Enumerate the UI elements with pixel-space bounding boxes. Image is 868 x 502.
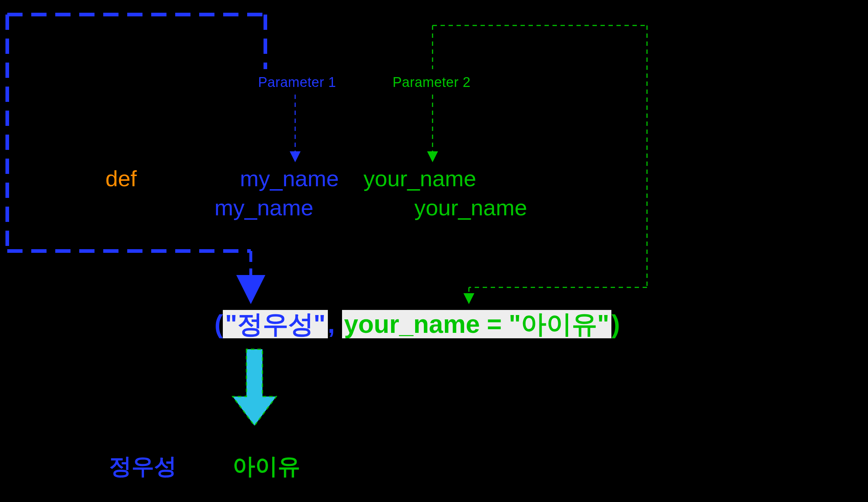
body-my-name: my_name — [214, 195, 313, 220]
big-down-arrow-icon — [233, 349, 276, 426]
call-comma: , — [328, 310, 342, 338]
output-left: 정우성 — [109, 451, 177, 482]
call-close-paren: ) — [611, 310, 620, 338]
def-keyword: def — [105, 166, 137, 191]
call-open-paren: ( — [214, 310, 223, 338]
call-arg1: "정우성" — [223, 310, 327, 338]
param1-label: Parameter 1 — [258, 75, 336, 90]
output-right: 아이유 — [233, 451, 300, 482]
call-arg2: your_name = "아이유" — [342, 310, 612, 338]
param2-label: Parameter 2 — [393, 75, 471, 90]
diagram-stage: Parameter 1 Parameter 2 def my_name your… — [0, 0, 868, 502]
signature-your-name: your_name — [363, 166, 476, 191]
signature-my-name: my_name — [240, 166, 339, 191]
body-your-name: your_name — [414, 195, 527, 220]
call-line: ("정우성", your_name = "아이유") — [214, 307, 620, 342]
